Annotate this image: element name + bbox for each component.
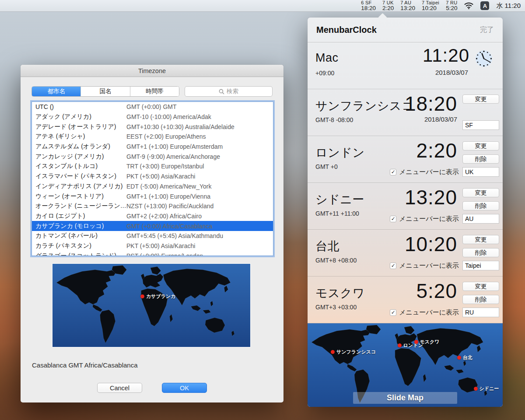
marker-label: モスクワ xyxy=(420,339,440,345)
city-time: 5:20 xyxy=(416,279,457,303)
city-date: 2018/03/07 xyxy=(424,116,457,123)
show-in-menubar-checkbox[interactable]: ✓ メニューバーに表示 xyxy=(390,168,459,176)
marker-dot-icon xyxy=(414,340,418,344)
timezone-list-row[interactable]: アデレード (オーストラリア) GMT+10:30 (+10:30) Austr… xyxy=(32,122,273,132)
ok-button[interactable]: OK xyxy=(162,383,207,393)
marker-dot-icon xyxy=(398,343,402,347)
done-button[interactable]: 完了 xyxy=(480,25,494,35)
checkbox-label: メニューバーに表示 xyxy=(399,215,459,223)
timezone-list[interactable]: UTC () GMT (+0:00) GMT アダック (アメリカ) GMT-1… xyxy=(32,102,273,256)
timezone-info: GMT+10:30 (+10:30) Australia/Adelaide xyxy=(126,123,273,130)
timezone-info: PKT (+5:00) Asia/Karachi xyxy=(126,242,273,249)
checkbox-label: メニューバーに表示 xyxy=(399,168,459,176)
world-clock-row: ロンドン GMT +0 2:20 変更 削除 ✓ メニューバーに表示 xyxy=(308,136,503,183)
timezone-list-row[interactable]: UTC () GMT (+0:00) GMT xyxy=(32,102,273,112)
city-time: 13:20 xyxy=(405,186,457,209)
timezone-info: GMT-10 (-10:00) America/Adak xyxy=(126,113,273,120)
checkbox-icon[interactable]: ✓ xyxy=(390,216,396,222)
menubar-clock-item[interactable]: 7 UK 2:20 xyxy=(382,0,394,11)
tab-都市名[interactable]: 都市名 xyxy=(32,87,81,96)
menubar-clock-item[interactable]: 7 RU 5:20 xyxy=(446,0,457,11)
menubar-clock-item[interactable]: 6 SF 18:20 xyxy=(361,0,376,11)
map-city-marker: 台北 xyxy=(457,354,472,361)
city-name: モスクワ xyxy=(315,285,365,301)
timezone-list-row[interactable]: カトマンズ (ネパール) GMT+5:45 (+5:45) Asia/Kathm… xyxy=(32,231,273,241)
timezone-city: アンカレッジ (アメリカ) xyxy=(32,153,126,161)
search-mode-segmented-control: 都市名国名時間帯 xyxy=(32,86,179,97)
tab-国名[interactable]: 国名 xyxy=(81,87,130,96)
change-button[interactable]: 変更 xyxy=(462,141,499,150)
show-in-menubar-checkbox[interactable]: ✓ メニューバーに表示 xyxy=(390,308,459,317)
menubar-code-field[interactable] xyxy=(462,261,499,270)
timezone-list-row[interactable]: ウィーン (オーストリア) GMT+1 (+1:00) Europe/Vienn… xyxy=(32,191,273,201)
show-in-menubar-checkbox[interactable]: ✓ メニューバーに表示 xyxy=(390,262,459,270)
timezone-info: NZST (+13:00) Pacific/Auckland xyxy=(126,203,273,210)
delete-button[interactable]: 削除 xyxy=(462,154,499,164)
menubar-clock-time: 2:20 xyxy=(382,5,394,11)
timezone-info: GMT-9 (-9:00) America/Anchorage xyxy=(126,153,273,160)
checkbox-icon[interactable]: ✓ xyxy=(390,309,396,316)
timezone-city: カイロ (エジプト) xyxy=(32,212,126,220)
menubar-clock-time: 10:20 xyxy=(422,5,439,11)
timezone-info: BST (+0:00) Europe/London xyxy=(126,252,273,256)
dialog-title: Timezone xyxy=(138,67,166,74)
menubar-code-field[interactable] xyxy=(462,120,499,130)
timezone-list-row[interactable]: アテネ (ギリシャ) EEST (+2:00) Europe/Athens xyxy=(32,132,273,142)
wifi-icon[interactable] xyxy=(464,2,473,9)
tab-時間帯[interactable]: 時間帯 xyxy=(130,87,179,96)
change-button[interactable]: 変更 xyxy=(462,282,499,291)
timezone-list-row[interactable]: グラスゴー (スコットランド) BST (+0:00) Europe/Londo… xyxy=(32,251,273,256)
delete-button[interactable]: 削除 xyxy=(462,295,499,304)
delete-button[interactable]: 削除 xyxy=(462,201,499,210)
delete-button[interactable]: 削除 xyxy=(462,248,499,257)
marker-label: シドニー xyxy=(480,385,499,392)
checkbox-icon[interactable]: ✓ xyxy=(390,169,396,175)
menubar-clock-time: 18:20 xyxy=(361,5,376,11)
timezone-list-row[interactable]: アムステルダム (オランダ) GMT+1 (+1:00) Europe/Amst… xyxy=(32,142,273,152)
change-button[interactable]: 変更 xyxy=(462,94,499,104)
timezone-list-row[interactable]: カサブランカ (モロッコ) GMT (+0:00) Africa/Casabla… xyxy=(32,221,273,231)
city-gmt-offset: GMT+11 +11:00 xyxy=(315,210,359,217)
world-clock-row: シドニー GMT+11 +11:00 13:20 変更 削除 ✓ メニューバーに… xyxy=(308,183,503,230)
change-button[interactable]: 変更 xyxy=(462,235,499,244)
world-clock-row: 台北 GMT+8 +08:00 10:20 変更 削除 ✓ メニューバーに表示 xyxy=(308,230,503,276)
city-name: Mac xyxy=(315,51,339,65)
input-source-icon[interactable]: A xyxy=(480,1,489,10)
city-time: 2:20 xyxy=(416,139,457,162)
city-gmt-offset: GMT +0 xyxy=(315,163,338,170)
change-button[interactable]: 変更 xyxy=(462,188,499,197)
city-name: サンフランシスコ xyxy=(315,98,414,114)
timezone-city: オークランド (ニュージーラン… xyxy=(32,202,126,210)
timezone-info: GMT (+0:00) GMT xyxy=(126,103,273,110)
checkbox-icon[interactable]: ✓ xyxy=(390,262,396,269)
timezone-list-row[interactable]: カラチ (パキスタン) PKT (+5:00) Asia/Karachi xyxy=(32,241,273,251)
menu-bar: 6 SF 18:20 7 UK 2:20 7 AU 13:20 7 Taipei… xyxy=(0,0,525,12)
timezone-list-row[interactable]: イスラマバード (パキスタン) PKT (+5:00) Asia/Karachi xyxy=(32,172,273,182)
timezone-info: GMT+2 (+2:00) Africa/Cairo xyxy=(126,213,273,220)
timezone-city: アデレード (オーストラリア) xyxy=(32,123,126,131)
panel-header: MenubarClock 完了 xyxy=(308,18,503,42)
timezone-list-row[interactable]: オークランド (ニュージーラン… NZST (+13:00) Pacific/A… xyxy=(32,201,273,211)
menubar-code-field[interactable] xyxy=(462,308,499,317)
timezone-info: PKT (+5:00) Asia/Karachi xyxy=(126,173,273,180)
menubar-code-field[interactable] xyxy=(462,167,499,177)
menubar-clock-item[interactable]: 7 AU 13:20 xyxy=(400,0,415,11)
dialog-title-bar[interactable]: Timezone xyxy=(21,65,284,77)
menubar-clock-item[interactable]: 7 Taipei 10:20 xyxy=(422,0,439,11)
city-time: 11:20 xyxy=(423,45,469,66)
world-map-graphic xyxy=(52,264,250,347)
timezone-list-row[interactable]: イスタンブル (トルコ) TRT (+3:00) Europe/Istanbul xyxy=(32,161,273,172)
slide-map-button[interactable]: Slide Map xyxy=(353,392,457,404)
timezone-list-row[interactable]: インディアナポリス (アメリカ) EDT (-5:00) America/New… xyxy=(32,182,273,192)
timezone-city: イスタンブル (トルコ) xyxy=(32,162,126,170)
show-in-menubar-checkbox[interactable]: ✓ メニューバーに表示 xyxy=(390,215,459,223)
timezone-city: アムステルダム (オランダ) xyxy=(32,143,126,150)
timezone-list-row[interactable]: アンカレッジ (アメリカ) GMT-9 (-9:00) America/Anch… xyxy=(32,151,273,161)
search-input[interactable]: 検索 xyxy=(185,86,273,97)
cancel-button[interactable]: Cancel xyxy=(97,383,142,393)
menubar-code-field[interactable] xyxy=(462,214,499,224)
timezone-list-row[interactable]: カイロ (エジプト) GMT+2 (+2:00) Africa/Cairo xyxy=(32,211,273,221)
system-clock[interactable]: 水 11:20 xyxy=(496,2,521,10)
world-clock-row: サンフランシスコ GMT-8 -08:00 18:20 2018/03/07 変… xyxy=(308,89,503,136)
timezone-list-row[interactable]: アダック (アメリカ) GMT-10 (-10:00) America/Adak xyxy=(32,112,273,122)
